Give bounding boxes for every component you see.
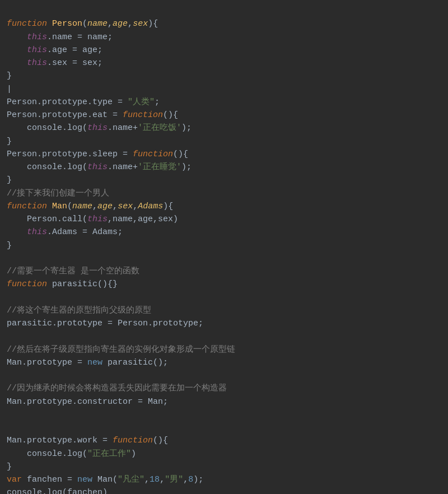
line-16: Person.call(this,name,age,sex) xyxy=(7,215,178,224)
line-1: function Person(name,age,sex){ xyxy=(7,19,158,29)
line-14: //接下来我们创建一个男人 xyxy=(7,189,109,198)
code-editor: function Person(name,age,sex){ this.name… xyxy=(7,4,441,494)
line-23: //将这个寄生器的原型指向父级的原型 xyxy=(7,306,151,315)
line-4: this.sex = sex; xyxy=(7,58,102,68)
line-18: } xyxy=(7,241,12,250)
line-15: function Man(name,age,sex,Adams){ xyxy=(7,202,173,211)
line-11: Person.prototype.sleep = function(){ xyxy=(7,150,188,159)
line-37: console.log(fanchen) xyxy=(7,488,108,494)
line-29: //因为继承的时候会将构造器丢失因此需要在加一个构造器 xyxy=(7,384,227,393)
line-10: } xyxy=(7,137,12,146)
line-6: | xyxy=(7,85,12,94)
line-9: console.log(this.name+'正在吃饭'); xyxy=(7,123,192,133)
line-13: } xyxy=(7,175,12,185)
line-8: Person.prototype.eat = function(){ xyxy=(7,110,178,120)
line-26: //然后在将子级原型指向寄生器的实例化对象形成一个原型链 xyxy=(7,345,235,355)
line-17: this.Adams = Adams; xyxy=(7,227,123,237)
line-36: var fanchen = new Man("凡尘",18,"男",8); xyxy=(7,475,203,484)
line-24: parasitic.prototype = Person.prototype; xyxy=(7,319,203,328)
line-3: this.age = age; xyxy=(7,45,102,55)
line-12: console.log(this.name+'正在睡觉'); xyxy=(7,162,192,172)
line-5: } xyxy=(7,71,12,81)
line-35: } xyxy=(7,462,12,472)
line-7: Person.prototype.type = "人类"; xyxy=(7,97,160,107)
line-21: function parasitic(){} xyxy=(7,279,118,289)
line-20: //需要一个寄生器 是一个空的函数 xyxy=(7,267,139,276)
line-27: Man.prototype = new parasitic(); xyxy=(7,358,168,367)
line-34: console.log("正在工作") xyxy=(7,449,136,459)
line-33: Man.prototype.work = function(){ xyxy=(7,436,168,445)
line-2: this.name = name; xyxy=(7,32,113,42)
line-30: Man.prototype.constructor = Man; xyxy=(7,397,168,407)
